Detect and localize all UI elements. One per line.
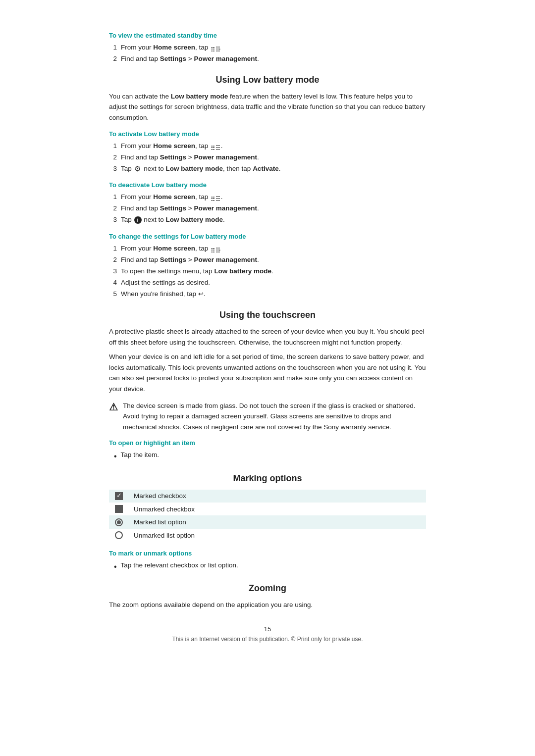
touchscreen-section: Using the touchscreen A protective plast… [109,310,426,463]
activate-step-3: 3 Tap ⚙ next to Low battery mode, then t… [109,163,426,175]
standby-heading: To view the estimated standby time [109,32,426,39]
checkbox-unchecked-icon-cell [109,503,129,515]
zooming-heading: Zooming [109,583,426,594]
low-battery-intro: You can activate the Low battery mode fe… [109,91,426,123]
change-steps: 1 From your Home screen, tap ⠿. 2 Find a… [109,243,426,300]
radio-checked-label: Marked list option [129,515,426,528]
open-bullet-list: Tap the item. [109,450,426,463]
radio-checked-icon [115,518,123,526]
open-highlight-heading: To open or highlight an item [109,439,426,447]
change-step-4: 4 Adjust the settings as desired. [109,277,426,289]
zooming-section: Zooming The zoom options available depen… [109,583,426,610]
open-bullet-item: Tap the item. [114,450,426,463]
apps-icon-3: ⠿ [211,246,218,252]
mark-bullet-item: Tap the relevant checkbox or list option… [114,560,426,573]
touchscreen-para2: When your device is on and left idle for… [109,352,426,394]
change-step-5: 5 When you're finished, tap ↩. [109,289,426,300]
change-settings-heading: To change the settings for Low battery m… [109,233,426,240]
change-step-3: 3 To open the settings menu, tap Low bat… [109,266,426,277]
deactivate-step-2: 2 Find and tap Settings > Power manageme… [109,203,426,214]
options-table: Marked checkbox Unmarked checkbox Marked… [109,490,426,542]
deactivate-heading: To deactivate Low battery mode [109,181,426,189]
open-bullet-text: Tap the item. [121,450,159,463]
checkbox-checked-icon-cell [109,490,129,503]
checkbox-unchecked-icon [115,505,123,513]
change-step-1: 1 From your Home screen, tap ⠿. [109,243,426,254]
standby-steps: 1 From your Home screen, tap ⠿. 2 Find a… [109,42,426,65]
checkbox-unchecked-label: Unmarked checkbox [129,503,426,515]
standby-section: To view the estimated standby time 1 Fro… [109,32,426,65]
radio-unchecked-icon [115,531,123,539]
low-battery-heading: Using Low battery mode [109,75,426,85]
table-row: Unmarked list option [109,529,426,542]
page-number: 15 [109,625,426,633]
warning-text: The device screen is made from glass. Do… [123,401,426,433]
activate-steps: 1 From your Home screen, tap ⠿ . 2 Find … [109,141,426,175]
zooming-para: The zoom options available depend on the… [109,600,426,610]
mark-unmark-heading: To mark or unmark options [109,550,426,557]
marking-heading: Marking options [109,473,426,484]
touchscreen-para1: A protective plastic sheet is already at… [109,326,426,348]
checkbox-checked-icon [115,492,123,500]
deactivate-steps: 1 From your Home screen, tap ⠿ . 2 Find … [109,192,426,226]
touchscreen-heading: Using the touchscreen [109,310,426,320]
warning-block: ⚠ The device screen is made from glass. … [109,401,426,433]
marking-options-section: Marking options Marked checkbox Unmarked… [109,473,426,574]
mark-bullet-list: Tap the relevant checkbox or list option… [109,560,426,573]
back-icon: ↩ [198,289,204,300]
apps-icon-2: ⠿ [211,194,218,201]
apps-icon-1: ⠿ [211,143,218,150]
deactivate-step-1: 1 From your Home screen, tap ⠿ . [109,192,426,203]
page-footer: 15 This is an Internet version of this p… [109,625,426,643]
deactivate-step-3: 3 Tap i next to Low battery mode. [109,214,426,226]
table-row: Marked list option [109,515,426,528]
gear-icon: ⚙ [134,165,142,172]
warning-icon: ⚠ [109,401,118,413]
change-step-2: 2 Find and tap Settings > Power manageme… [109,254,426,266]
footer-text: This is an Internet version of this publ… [109,636,426,643]
table-row: Unmarked checkbox [109,503,426,515]
mark-bullet-text: Tap the relevant checkbox or list option… [121,560,238,573]
activate-step-2: 2 Find and tap Settings > Power manageme… [109,152,426,163]
standby-step-2: 2 Find and tap Settings > Power manageme… [109,53,426,65]
radio-unchecked-icon-cell [109,529,129,542]
low-battery-section: Using Low battery mode You can activate … [109,75,426,300]
radio-checked-icon-cell [109,515,129,528]
page-content: To view the estimated standby time 1 Fro… [79,10,456,657]
activate-step-1: 1 From your Home screen, tap ⠿ . [109,141,426,152]
standby-step-1: 1 From your Home screen, tap ⠿. [109,42,426,53]
activate-heading: To activate Low battery mode [109,130,426,138]
table-row: Marked checkbox [109,490,426,503]
radio-unchecked-label: Unmarked list option [129,529,426,542]
apps-icon: ⠿ [211,45,218,51]
checkbox-checked-label: Marked checkbox [129,490,426,503]
info-icon: i [134,216,142,224]
